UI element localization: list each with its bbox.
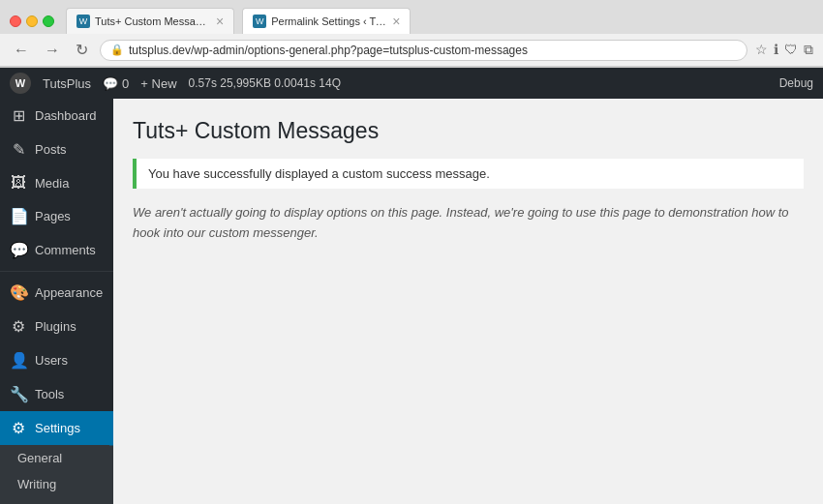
new-content-button[interactable]: + New — [140, 76, 176, 91]
minimize-button[interactable] — [26, 15, 38, 27]
sidebar-label-settings: Settings — [35, 421, 80, 435]
close-button[interactable] — [10, 15, 21, 27]
submenu-reading[interactable]: Reading — [0, 497, 113, 504]
sidebar-item-media[interactable]: 🖼 Media — [0, 166, 113, 199]
comments-count: 0 — [122, 76, 129, 91]
tools-icon: 🔧 — [10, 385, 27, 403]
stats-text: 0.57s 25,995KB 0.0041s 14Q — [189, 76, 341, 90]
tab-close-2[interactable]: × — [392, 14, 400, 29]
admin-bar-stats: 0.57s 25,995KB 0.0041s 14Q — [189, 76, 341, 90]
address-bar[interactable]: 🔒 tutsplus.dev/wp-admin/options-general.… — [100, 40, 747, 61]
shield-icon[interactable]: 🛡 — [784, 42, 798, 58]
submenu-writing[interactable]: Writing — [0, 471, 113, 497]
notice-text: You have successfully displayed a custom… — [148, 166, 792, 181]
submenu-general[interactable]: General — [0, 445, 113, 471]
sidebar-item-settings[interactable]: ⚙ Settings — [0, 411, 113, 445]
sidebar-label-media: Media — [35, 176, 69, 191]
tab-close-1[interactable]: × — [216, 14, 224, 29]
browser-icons: ☆ ℹ 🛡 ⧉ — [755, 42, 813, 58]
browser-tab-2[interactable]: W Permalink Settings ‹ TutsPlus… × — [242, 8, 411, 34]
sidebar-item-appearance[interactable]: 🎨 Appearance — [0, 276, 113, 310]
tab-label-2: Permalink Settings ‹ TutsPlus… — [271, 15, 387, 27]
sidebar-item-dashboard[interactable]: ⊞ Dashboard — [0, 99, 113, 133]
browser-chrome: W Tuts+ Custom Messages ‹ Tut… × W Perma… — [0, 0, 823, 68]
admin-bar: W TutsPlus 💬 0 + New 0.57s 25,995KB 0.00… — [0, 68, 823, 99]
sidebar-label-dashboard: Dashboard — [35, 108, 97, 123]
browser-titlebar: W Tuts+ Custom Messages ‹ Tut… × W Perma… — [0, 0, 823, 34]
pages-icon: 📄 — [10, 207, 27, 225]
settings-icon: ⚙ — [10, 419, 27, 437]
comments-nav-icon: 💬 — [10, 241, 27, 259]
reload-button[interactable]: ↻ — [72, 39, 92, 61]
browser-tab-1[interactable]: W Tuts+ Custom Messages ‹ Tut… × — [66, 8, 234, 34]
extension-icon[interactable]: ⧉ — [804, 42, 813, 58]
sidebar-label-users: Users — [35, 353, 68, 368]
sidebar-item-plugins[interactable]: ⚙ Plugins — [0, 310, 113, 343]
maximize-button[interactable] — [43, 15, 54, 27]
tab-label-1: Tuts+ Custom Messages ‹ Tut… — [95, 15, 211, 27]
sidebar-label-comments: Comments — [35, 243, 96, 257]
page-title: Tuts+ Custom Messages — [133, 118, 804, 144]
content-area: Tuts+ Custom Messages You have successfu… — [113, 99, 823, 504]
bookmark-icon[interactable]: ☆ — [755, 42, 768, 58]
plugins-icon: ⚙ — [10, 317, 27, 336]
comments-link[interactable]: 💬 0 — [103, 76, 129, 91]
sidebar-item-pages[interactable]: 📄 Pages — [0, 199, 113, 233]
posts-icon: ✎ — [10, 140, 27, 159]
sidebar-menu: ⊞ Dashboard ✎ Posts 🖼 Media 📄 Pages 💬 — [0, 99, 113, 504]
sidebar-label-pages: Pages — [35, 209, 71, 223]
back-button[interactable]: ← — [10, 40, 33, 61]
site-name[interactable]: TutsPlus — [43, 76, 91, 91]
traffic-lights — [10, 15, 54, 27]
sidebar-item-comments[interactable]: 💬 Comments — [0, 233, 113, 267]
browser-toolbar: ← → ↻ 🔒 tutsplus.dev/wp-admin/options-ge… — [0, 34, 823, 67]
wp-logo[interactable]: W — [10, 73, 31, 94]
appearance-icon: 🎨 — [10, 283, 27, 302]
sidebar-label-appearance: Appearance — [35, 285, 103, 300]
sidebar-item-posts[interactable]: ✎ Posts — [0, 133, 113, 166]
info-icon[interactable]: ℹ — [774, 42, 778, 58]
settings-submenu: General Writing Reading Discussion Media… — [0, 445, 113, 504]
page-description: We aren't actually going to display opti… — [133, 203, 804, 244]
tab-favicon-2: W — [253, 15, 266, 28]
sidebar-label-posts: Posts — [35, 142, 67, 157]
sidebar-divider-1 — [0, 271, 113, 272]
new-label: + New — [140, 76, 176, 91]
sidebar-item-tools[interactable]: 🔧 Tools — [0, 377, 113, 411]
debug-label: Debug — [779, 76, 813, 90]
sidebar-label-tools: Tools — [35, 387, 64, 401]
active-indicator — [109, 411, 113, 445]
dashboard-icon: ⊞ — [10, 106, 27, 125]
sidebar-item-users[interactable]: 👤 Users — [0, 343, 113, 377]
sidebar-label-plugins: Plugins — [35, 319, 76, 334]
wp-main: ⊞ Dashboard ✎ Posts 🖼 Media 📄 Pages 💬 — [0, 99, 823, 504]
forward-button[interactable]: → — [41, 40, 64, 61]
media-icon: 🖼 — [10, 174, 27, 192]
success-notice: You have successfully displayed a custom… — [133, 159, 804, 189]
wp-admin: W TutsPlus 💬 0 + New 0.57s 25,995KB 0.00… — [0, 68, 823, 504]
users-icon: 👤 — [10, 351, 27, 370]
sidebar: ⊞ Dashboard ✎ Posts 🖼 Media 📄 Pages 💬 — [0, 99, 113, 504]
tab-favicon-1: W — [76, 15, 90, 28]
comments-icon: 💬 — [103, 76, 118, 91]
address-text: tutsplus.dev/wp-admin/options-general.ph… — [129, 44, 737, 57]
